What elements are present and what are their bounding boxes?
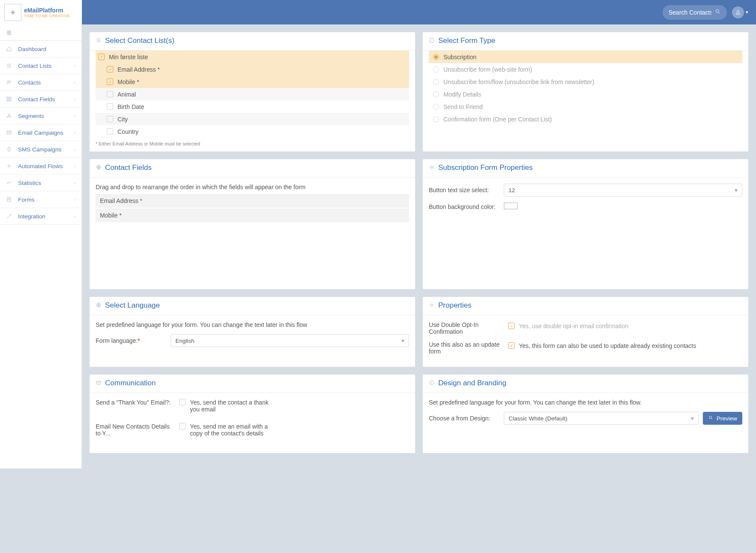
checkbox[interactable] xyxy=(107,103,113,110)
checkbox[interactable]: ✓ xyxy=(107,66,113,73)
chevron-right-icon: › xyxy=(74,114,75,118)
sidebar: DashboardContact Lists›Contacts›Contact … xyxy=(0,24,82,468)
required-star-icon: * xyxy=(138,337,140,344)
nav-item-contact-fields[interactable]: Contact Fields› xyxy=(0,91,81,108)
form-type-item[interactable]: Confirmation form (One per Contact List) xyxy=(429,113,742,125)
checkbox[interactable]: ✓ xyxy=(107,79,113,85)
contact-list-item[interactable]: Animal xyxy=(96,88,409,100)
svg-rect-7 xyxy=(9,100,11,101)
search-input[interactable] xyxy=(669,9,711,16)
form-type-item[interactable]: Unsubscribe form (web-site form) xyxy=(429,63,742,76)
nav-icon xyxy=(6,146,14,152)
contact-list-item[interactable]: City xyxy=(96,113,409,125)
radio[interactable] xyxy=(433,91,439,97)
contact-list-item[interactable]: Birth Date xyxy=(96,100,409,113)
language-select[interactable]: English ▾ xyxy=(171,334,409,347)
nav-item-contact-lists[interactable]: Contact Lists› xyxy=(0,57,81,74)
contact-fields-hint: Drag and drop to rearrange the order in … xyxy=(96,184,409,190)
checkbox[interactable]: ✓ xyxy=(508,342,515,349)
form-type-item[interactable]: Send to Friend xyxy=(429,100,742,113)
checkbox[interactable] xyxy=(179,399,186,405)
prop-value: Yes, use double opt-in email confirmatio… xyxy=(519,323,742,329)
svg-rect-6 xyxy=(7,100,9,101)
radio[interactable] xyxy=(433,54,439,60)
chevron-right-icon: › xyxy=(74,197,75,202)
nav-label: Integration xyxy=(18,213,45,220)
radio[interactable] xyxy=(433,79,439,85)
nav-label: Forms xyxy=(18,196,34,203)
nav-label: Contact Lists xyxy=(18,63,51,69)
form-type-item[interactable]: Subscription xyxy=(429,51,742,63)
size-select[interactable]: 12 ▾ xyxy=(504,184,742,196)
form-type-item[interactable]: Modify Details xyxy=(429,88,742,100)
item-label: City xyxy=(117,116,128,123)
contact-list-item[interactable]: ✓Email Address * xyxy=(96,63,409,76)
checkbox[interactable] xyxy=(107,116,113,122)
contact-list-item[interactable]: ✓Min første liste xyxy=(96,51,409,63)
svg-rect-5 xyxy=(9,97,11,99)
nav-label: Automated Flows xyxy=(18,163,63,169)
nav-item-automated-flows[interactable]: Automated Flows› xyxy=(0,158,81,175)
nav-item-email-campaigns[interactable]: Email Campaigns› xyxy=(0,124,81,141)
svg-rect-14 xyxy=(7,197,11,201)
chevron-right-icon: › xyxy=(74,97,75,102)
nav-icon xyxy=(6,163,14,169)
nav-label: Contacts xyxy=(18,79,41,86)
nav-item-forms[interactable]: Forms› xyxy=(0,191,81,208)
globe-icon xyxy=(96,302,102,309)
drag-field[interactable]: Email Address * xyxy=(96,194,409,208)
drag-field[interactable]: Mobile * xyxy=(96,209,409,222)
nav-icon xyxy=(6,180,14,186)
nav-item-sms-campaigns[interactable]: SMS Campaigns› xyxy=(0,141,81,158)
gear-icon xyxy=(429,164,435,172)
panel-title: Properties xyxy=(438,301,471,310)
sidebar-toggle[interactable] xyxy=(0,24,81,41)
radio[interactable] xyxy=(433,66,439,73)
nav-label: Email Campaigns xyxy=(18,130,63,136)
prop-key: Use Double Opt-In Confirmation xyxy=(429,321,504,335)
panel-properties: Properties Use Double Opt-In Confirmatio… xyxy=(423,297,748,367)
svg-point-13 xyxy=(8,165,10,167)
panel-form-type: Select Form Type SubscriptionUnsubscribe… xyxy=(423,32,748,151)
checkbox[interactable]: ✓ xyxy=(98,54,105,60)
avatar[interactable] xyxy=(732,6,744,18)
preview-button[interactable]: Preview xyxy=(703,412,742,425)
checkbox[interactable] xyxy=(179,423,186,429)
user-menu-chevron-down-icon[interactable]: ▾ xyxy=(746,9,748,15)
radio[interactable] xyxy=(433,116,439,122)
nav-icon xyxy=(6,113,14,119)
contact-list-item[interactable]: Country xyxy=(96,125,409,138)
form-type-item[interactable]: Unsubscribe form/flow (unsubscribe link … xyxy=(429,76,742,88)
panel-title: Select Language xyxy=(105,301,160,310)
color-label: Button background color: xyxy=(429,203,500,210)
logo[interactable]: eMailPlatform TIME TO BE CREATIVE xyxy=(0,0,82,24)
checkbox[interactable] xyxy=(107,128,113,135)
nav-icon xyxy=(6,79,14,85)
item-label: Confirmation form (One per Contact List) xyxy=(443,116,552,123)
chevron-right-icon: › xyxy=(74,214,75,219)
nav-item-integration[interactable]: Integration› xyxy=(0,208,81,225)
nav-item-contacts[interactable]: Contacts› xyxy=(0,74,81,91)
radio[interactable] xyxy=(433,104,439,110)
search-box[interactable] xyxy=(663,5,727,20)
design-select[interactable]: Classic White (Default) ▾ xyxy=(504,412,699,425)
nav-item-dashboard[interactable]: Dashboard xyxy=(0,41,81,57)
svg-point-1 xyxy=(737,10,739,12)
design-value: Classic White (Default) xyxy=(509,415,567,422)
list-icon xyxy=(96,37,102,45)
item-label: Send to Friend xyxy=(443,103,483,110)
checkbox[interactable]: ✓ xyxy=(508,323,515,329)
chevron-right-icon: › xyxy=(74,181,75,185)
item-label: Birth Date xyxy=(117,103,144,110)
nav-item-segments[interactable]: Segments› xyxy=(0,108,81,124)
chevron-right-icon: › xyxy=(74,130,75,135)
svg-point-19 xyxy=(431,304,433,306)
color-swatch[interactable] xyxy=(504,202,518,209)
svg-point-9 xyxy=(7,116,8,117)
nav-icon xyxy=(6,213,14,219)
contact-list-item[interactable]: ✓Mobile * xyxy=(96,76,409,88)
checkbox[interactable] xyxy=(107,91,113,97)
nav-item-statistics[interactable]: Statistics› xyxy=(0,175,81,191)
nav-label: Dashboard xyxy=(18,46,46,52)
item-label: Min første liste xyxy=(109,54,148,60)
